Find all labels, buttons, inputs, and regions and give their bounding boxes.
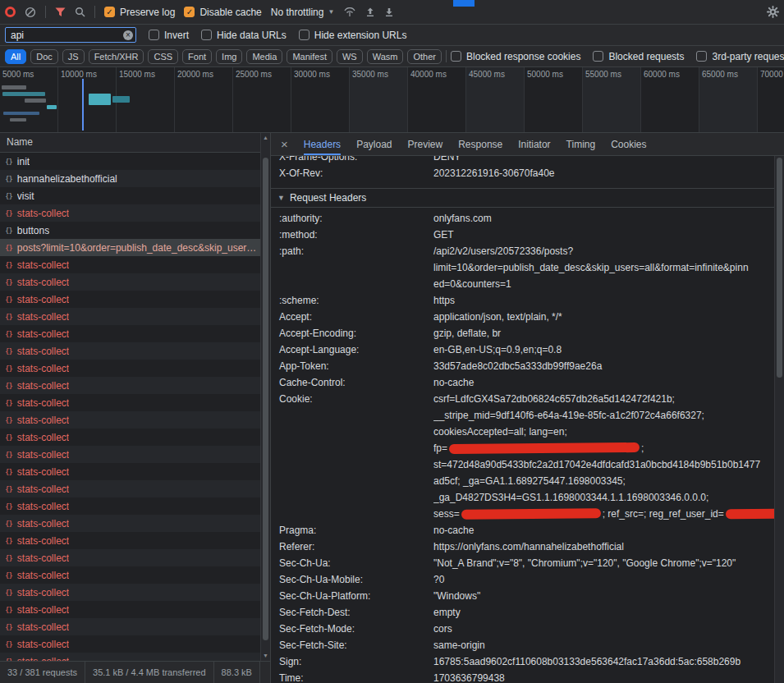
request-row[interactable]: {}hannahelizabethofficial <box>0 170 260 187</box>
clear-icon[interactable] <box>25 7 36 18</box>
request-row[interactable]: {}stats-collect <box>0 584 260 601</box>
request-row[interactable]: {}stats-collect <box>0 325 260 342</box>
tab-cookies[interactable]: Cookies <box>611 133 646 155</box>
checkbox-blocked-response-cookies[interactable]: Blocked response cookies <box>451 51 580 62</box>
filter-chip-font[interactable]: Font <box>182 49 212 64</box>
request-row[interactable]: {}buttons <box>0 222 260 239</box>
request-row[interactable]: {}stats-collect <box>0 377 260 394</box>
request-row[interactable]: {}stats-collect <box>0 515 260 532</box>
clear-filter-icon[interactable]: × <box>123 30 133 40</box>
waterfall-bar <box>2 85 26 89</box>
tab-payload[interactable]: Payload <box>356 133 392 155</box>
filter-chip-doc[interactable]: Doc <box>30 49 58 64</box>
header-text: fp= <box>433 442 447 454</box>
hide-data-urls-checkbox[interactable]: Hide data URLs <box>201 30 287 41</box>
request-row[interactable]: {}stats-collect <box>0 411 260 429</box>
request-row[interactable]: {}stats-collect <box>0 360 260 377</box>
throttling-dropdown[interactable]: No throttling ▼ <box>271 7 335 18</box>
request-row[interactable]: {}stats-collect <box>0 618 260 635</box>
filter-chip-other[interactable]: Other <box>407 49 442 64</box>
request-row[interactable]: {}stats-collect <box>0 204 260 222</box>
filter-chip-manifest[interactable]: Manifest <box>287 49 332 64</box>
scrollbar-thumb[interactable] <box>777 158 782 378</box>
fetch-icon: {} <box>5 554 12 562</box>
settings-gear-icon[interactable] <box>767 6 779 18</box>
filter-chip-all[interactable]: All <box>5 49 26 64</box>
tab-timing[interactable]: Timing <box>566 133 596 155</box>
filter-chip-ws[interactable]: WS <box>337 49 363 64</box>
hide-extension-urls-checkbox[interactable]: Hide extension URLs <box>299 30 407 41</box>
filter-chip-fetch-xhr[interactable]: Fetch/XHR <box>89 49 144 64</box>
header-row: Sec-Ch-Ua-Mobile:?0 <box>271 571 776 588</box>
redaction-scribble <box>726 509 776 520</box>
request-row[interactable]: {}stats-collect <box>0 635 260 653</box>
tab-headers[interactable]: Headers <box>304 133 341 155</box>
request-row[interactable]: {}stats-collect <box>0 566 260 584</box>
scroll-up-icon[interactable]: ▲ <box>261 133 270 143</box>
request-row[interactable]: {}stats-collect <box>0 394 260 411</box>
devtools-network-panel: Preserve log Disable cache No throttling… <box>0 0 784 683</box>
scroll-down-icon[interactable]: ▼ <box>261 651 270 661</box>
toolbar-divider <box>94 6 95 18</box>
fetch-icon: {} <box>5 640 12 649</box>
checkbox-3rd-party-requests[interactable]: 3rd-party requests <box>696 51 784 62</box>
request-row[interactable]: {}stats-collect <box>0 273 260 291</box>
filter-icon[interactable] <box>55 7 66 17</box>
filter-chip-js[interactable]: JS <box>62 49 85 64</box>
header-name: Accept: <box>271 309 433 325</box>
filter-chip-img[interactable]: Img <box>216 49 242 64</box>
tab-initiator[interactable]: Initiator <box>518 133 550 155</box>
request-row[interactable]: {}init <box>0 153 260 170</box>
request-row[interactable]: {}stats-collect <box>0 446 260 463</box>
filter-chip-css[interactable]: CSS <box>148 49 178 64</box>
fetch-icon: {} <box>5 589 12 597</box>
request-row[interactable]: {}visit <box>0 187 260 204</box>
request-row[interactable]: {}stats-collect <box>0 549 260 566</box>
tab-response[interactable]: Response <box>458 133 502 155</box>
close-icon[interactable]: × <box>281 138 288 150</box>
header-text: "Windows" <box>433 590 480 602</box>
invert-checkbox[interactable]: Invert <box>149 30 189 41</box>
header-row: Sec-Fetch-Mode:cors <box>271 621 776 637</box>
name-column-header[interactable]: Name <box>0 133 260 153</box>
checkbox-blocked-requests[interactable]: Blocked requests <box>593 51 684 62</box>
network-overview-timeline[interactable]: 5000 ms10000 ms15000 ms20000 ms25000 ms3… <box>0 67 784 133</box>
timeline-tick-label: 65000 ms <box>702 70 738 79</box>
header-text: 1703636799438 <box>433 672 505 683</box>
tab-preview[interactable]: Preview <box>408 133 443 155</box>
filter-chip-wasm[interactable]: Wasm <box>367 49 404 64</box>
import-har-icon[interactable] <box>365 7 375 17</box>
request-row[interactable]: {}stats-collect <box>0 256 260 273</box>
network-conditions-icon[interactable] <box>343 7 356 17</box>
header-text: csrf=LdfcGX4Sa72db06824c657db26a5d142472… <box>433 393 675 405</box>
request-row[interactable]: {}stats-collect <box>0 497 260 515</box>
request-row[interactable]: {}posts?limit=10&order=publish_date_desc… <box>0 239 260 256</box>
request-name: stats-collect <box>17 587 69 598</box>
header-value: https <box>433 292 776 309</box>
filter-input[interactable] <box>6 30 135 41</box>
fetch-icon: {} <box>5 606 12 614</box>
preserve-log-checkbox[interactable]: Preserve log <box>104 7 175 18</box>
export-har-icon[interactable] <box>384 7 394 17</box>
request-row[interactable]: {}stats-collect <box>0 308 260 325</box>
request-row[interactable]: {}stats-collect <box>0 291 260 308</box>
filter-chip-media[interactable]: Media <box>246 49 282 64</box>
request-row[interactable]: {}stats-collect <box>0 463 260 480</box>
type-filter-checkboxes: Blocked response cookiesBlocked requests… <box>451 51 779 62</box>
search-icon[interactable] <box>75 7 85 17</box>
header-value: same-origin <box>433 637 776 653</box>
request-row[interactable]: {}stats-collect <box>0 342 260 360</box>
request-row[interactable]: {}stats-collect <box>0 653 260 661</box>
disable-cache-checkbox[interactable]: Disable cache <box>184 7 261 18</box>
header-text: /api2/v2/users/20572336/posts? <box>433 245 573 257</box>
request-row[interactable]: {}stats-collect <box>0 532 260 549</box>
header-value: 16785:5aad9602cf110608b03133de563642fac1… <box>433 653 776 670</box>
request-row[interactable]: {}stats-collect <box>0 601 260 618</box>
scrollbar-thumb[interactable] <box>263 158 268 640</box>
fetch-icon: {} <box>5 278 12 286</box>
request-row[interactable]: {}stats-collect <box>0 480 260 497</box>
disclosure-triangle-icon[interactable]: ▼ <box>277 194 285 202</box>
request-row[interactable]: {}stats-collect <box>0 429 260 446</box>
request-name: posts?limit=10&order=publish_date_desc&s… <box>17 242 255 254</box>
record-button[interactable] <box>5 7 16 17</box>
